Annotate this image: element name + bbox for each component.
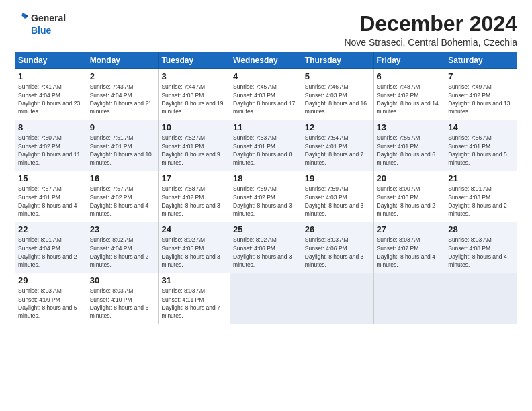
day-number: 15: [18, 173, 84, 183]
sunset-text: Sunset: 4:04 PM: [90, 245, 132, 252]
table-row: 30 Sunrise: 8:03 AM Sunset: 4:10 PM Dayl…: [87, 273, 159, 324]
header-tuesday: Tuesday: [159, 52, 230, 69]
sunset-text: Sunset: 4:02 PM: [18, 143, 60, 150]
daylight-text: Daylight: 8 hours and 4 minutes.: [377, 253, 435, 268]
daylight-text: Daylight: 8 hours and 9 minutes.: [161, 151, 220, 166]
daylight-text: Daylight: 8 hours and 17 minutes.: [233, 100, 295, 115]
daylight-text: Daylight: 8 hours and 14 minutes.: [377, 100, 439, 115]
table-row: 18 Sunrise: 7:59 AM Sunset: 4:02 PM Dayl…: [230, 171, 302, 222]
day-info: Sunrise: 7:44 AM Sunset: 4:03 PM Dayligh…: [161, 83, 227, 116]
daylight-text: Daylight: 8 hours and 13 minutes.: [448, 100, 510, 115]
daylight-text: Daylight: 8 hours and 19 minutes.: [161, 100, 223, 115]
day-info: Sunrise: 7:56 AM Sunset: 4:01 PM Dayligh…: [448, 134, 514, 167]
day-number: 30: [90, 275, 156, 285]
sunset-text: Sunset: 4:02 PM: [161, 194, 204, 201]
day-info: Sunrise: 7:46 AM Sunset: 4:03 PM Dayligh…: [305, 83, 371, 116]
table-row: 22 Sunrise: 8:01 AM Sunset: 4:04 PM Dayl…: [15, 222, 87, 273]
sunset-text: Sunset: 4:03 PM: [305, 92, 347, 99]
daylight-text: Daylight: 8 hours and 21 minutes.: [90, 100, 152, 115]
month-title: December 2024: [344, 12, 517, 36]
day-number: 27: [377, 224, 443, 234]
daylight-text: Daylight: 8 hours and 8 minutes.: [233, 151, 292, 166]
sunrise-text: Sunrise: 7:57 AM: [90, 185, 134, 192]
day-number: 22: [18, 224, 84, 234]
day-number: 6: [377, 71, 443, 81]
day-header-row: Sunday Monday Tuesday Wednesday Thursday…: [15, 52, 517, 69]
sunset-text: Sunset: 4:01 PM: [305, 143, 347, 150]
day-info: Sunrise: 8:03 AM Sunset: 4:09 PM Dayligh…: [18, 287, 84, 320]
sunset-text: Sunset: 4:01 PM: [161, 143, 204, 150]
table-row: 21 Sunrise: 8:01 AM Sunset: 4:03 PM Dayl…: [445, 171, 517, 222]
sunrise-text: Sunrise: 8:01 AM: [18, 236, 62, 243]
daylight-text: Daylight: 8 hours and 2 minutes.: [448, 202, 506, 217]
sunset-text: Sunset: 4:01 PM: [448, 143, 490, 150]
calendar-week-row: 8 Sunrise: 7:50 AM Sunset: 4:02 PM Dayli…: [15, 120, 517, 171]
day-number: 18: [233, 173, 299, 183]
day-number: 28: [448, 224, 514, 234]
logo-general: General: [31, 13, 66, 24]
sunrise-text: Sunrise: 7:59 AM: [305, 185, 349, 192]
daylight-text: Daylight: 8 hours and 3 minutes.: [161, 202, 220, 217]
day-info: Sunrise: 8:02 AM Sunset: 4:04 PM Dayligh…: [90, 236, 156, 269]
day-info: Sunrise: 8:03 AM Sunset: 4:10 PM Dayligh…: [90, 287, 156, 320]
sunrise-text: Sunrise: 7:49 AM: [448, 83, 492, 90]
page: General Blue December 2024 Nove Straseci…: [0, 0, 532, 411]
table-row: 2 Sunrise: 7:43 AM Sunset: 4:04 PM Dayli…: [87, 69, 159, 120]
daylight-text: Daylight: 8 hours and 7 minutes.: [161, 304, 220, 319]
sunset-text: Sunset: 4:01 PM: [233, 143, 275, 150]
day-info: Sunrise: 7:58 AM Sunset: 4:02 PM Dayligh…: [161, 185, 227, 218]
day-number: 21: [448, 173, 514, 183]
day-number: 26: [305, 224, 371, 234]
day-info: Sunrise: 8:00 AM Sunset: 4:03 PM Dayligh…: [377, 185, 443, 218]
sunrise-text: Sunrise: 8:03 AM: [448, 236, 492, 243]
day-info: Sunrise: 8:03 AM Sunset: 4:08 PM Dayligh…: [448, 236, 514, 269]
day-info: Sunrise: 7:57 AM Sunset: 4:01 PM Dayligh…: [18, 185, 84, 218]
header-wednesday: Wednesday: [230, 52, 302, 69]
table-row: 28 Sunrise: 8:03 AM Sunset: 4:08 PM Dayl…: [445, 222, 517, 273]
sunrise-text: Sunrise: 8:02 AM: [233, 236, 277, 243]
sunrise-text: Sunrise: 7:52 AM: [161, 134, 205, 141]
sunset-text: Sunset: 4:06 PM: [305, 245, 347, 252]
sunset-text: Sunset: 4:03 PM: [305, 194, 347, 201]
day-info: Sunrise: 8:03 AM Sunset: 4:06 PM Dayligh…: [305, 236, 371, 269]
table-row: 13 Sunrise: 7:55 AM Sunset: 4:01 PM Dayl…: [373, 120, 445, 171]
table-row: 11 Sunrise: 7:53 AM Sunset: 4:01 PM Dayl…: [230, 120, 302, 171]
logo-blue: Blue: [31, 26, 66, 36]
sunrise-text: Sunrise: 8:03 AM: [305, 236, 349, 243]
daylight-text: Daylight: 8 hours and 6 minutes.: [90, 304, 148, 319]
day-number: 14: [448, 122, 514, 132]
sunset-text: Sunset: 4:03 PM: [377, 194, 419, 201]
table-row: 27 Sunrise: 8:03 AM Sunset: 4:07 PM Dayl…: [373, 222, 445, 273]
day-info: Sunrise: 8:01 AM Sunset: 4:03 PM Dayligh…: [448, 185, 514, 218]
sunset-text: Sunset: 4:02 PM: [377, 92, 419, 99]
sunset-text: Sunset: 4:02 PM: [448, 92, 490, 99]
daylight-text: Daylight: 8 hours and 16 minutes.: [305, 100, 367, 115]
sunset-text: Sunset: 4:01 PM: [18, 194, 60, 201]
calendar-week-row: 15 Sunrise: 7:57 AM Sunset: 4:01 PM Dayl…: [15, 171, 517, 222]
day-number: 5: [305, 71, 371, 81]
day-number: 4: [233, 71, 299, 81]
day-info: Sunrise: 7:51 AM Sunset: 4:01 PM Dayligh…: [90, 134, 156, 167]
sunrise-text: Sunrise: 8:01 AM: [448, 185, 492, 192]
table-row: 1 Sunrise: 7:41 AM Sunset: 4:04 PM Dayli…: [15, 69, 87, 120]
day-info: Sunrise: 7:48 AM Sunset: 4:02 PM Dayligh…: [377, 83, 443, 116]
daylight-text: Daylight: 8 hours and 23 minutes.: [18, 100, 80, 115]
daylight-text: Daylight: 8 hours and 3 minutes.: [161, 253, 220, 268]
sunrise-text: Sunrise: 7:53 AM: [233, 134, 277, 141]
day-info: Sunrise: 7:50 AM Sunset: 4:02 PM Dayligh…: [18, 134, 84, 167]
day-number: 16: [90, 173, 156, 183]
day-info: Sunrise: 7:59 AM Sunset: 4:02 PM Dayligh…: [233, 185, 299, 218]
header-monday: Monday: [87, 52, 159, 69]
table-row: 24 Sunrise: 8:02 AM Sunset: 4:05 PM Dayl…: [159, 222, 230, 273]
daylight-text: Daylight: 8 hours and 2 minutes.: [377, 202, 435, 217]
day-number: 19: [305, 173, 371, 183]
day-number: 12: [305, 122, 371, 132]
daylight-text: Daylight: 8 hours and 3 minutes.: [233, 202, 292, 217]
table-row: 15 Sunrise: 7:57 AM Sunset: 4:01 PM Dayl…: [15, 171, 87, 222]
header-friday: Friday: [373, 52, 445, 69]
daylight-text: Daylight: 8 hours and 2 minutes.: [90, 253, 148, 268]
daylight-text: Daylight: 8 hours and 3 minutes.: [305, 202, 363, 217]
table-row: 26 Sunrise: 8:03 AM Sunset: 4:06 PM Dayl…: [302, 222, 373, 273]
sunset-text: Sunset: 4:04 PM: [18, 245, 60, 252]
day-info: Sunrise: 7:54 AM Sunset: 4:01 PM Dayligh…: [305, 134, 371, 167]
